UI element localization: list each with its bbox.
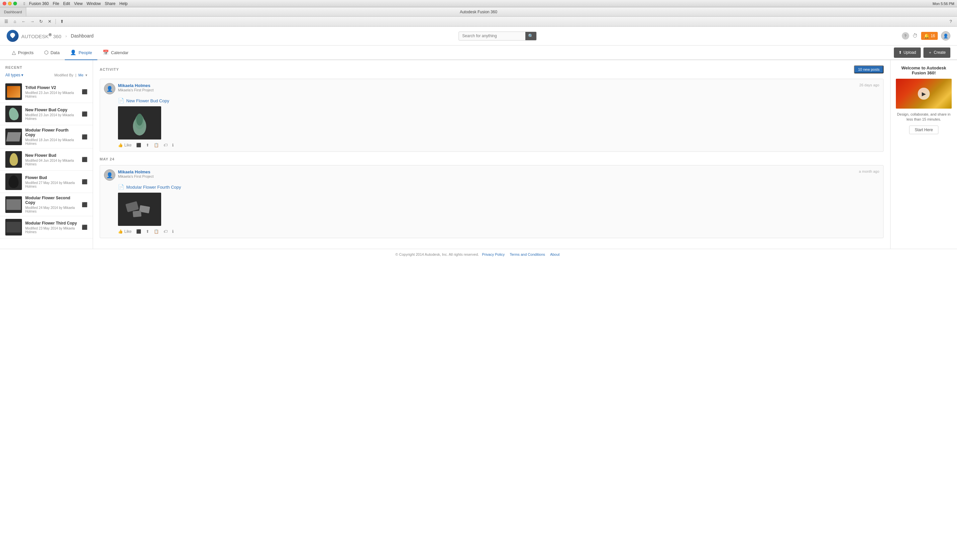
- tag-icon: 🏷: [163, 229, 167, 234]
- projects-tab[interactable]: △ Projects: [7, 46, 39, 60]
- like-icon: 👍: [118, 143, 123, 147]
- close-button[interactable]: [3, 2, 6, 5]
- item-action-icon[interactable]: ⬛: [82, 134, 87, 139]
- svg-rect-3: [125, 201, 139, 212]
- terms-link[interactable]: Terms and Conditions: [510, 252, 545, 256]
- item-action-icon[interactable]: ⬛: [82, 157, 87, 162]
- refresh-button[interactable]: ↻: [37, 18, 44, 25]
- move-action[interactable]: ⬛: [136, 229, 141, 234]
- recent-item[interactable]: Trifoil Flower V2 Modified 23 Jun 2014 b…: [0, 81, 93, 103]
- post-actions: 👍 Like ⬛ ⬆ 📋 🏷: [118, 143, 879, 147]
- info-icon: ℹ: [172, 143, 174, 147]
- post-item-thumbnail[interactable]: [118, 192, 161, 226]
- window-menu-item[interactable]: Window: [87, 1, 101, 6]
- copy-action[interactable]: 📋: [154, 143, 159, 147]
- privacy-policy-link[interactable]: Privacy Policy: [482, 252, 504, 256]
- home-button[interactable]: ⌂: [11, 18, 19, 25]
- item-action-icon[interactable]: ⬛: [82, 202, 87, 207]
- item-thumbnail: [5, 129, 22, 145]
- maximize-button[interactable]: [13, 2, 17, 5]
- tag-action[interactable]: 🏷: [163, 229, 167, 234]
- edit-menu-item[interactable]: Edit: [63, 1, 70, 6]
- help-circle-button[interactable]: ?: [902, 32, 909, 39]
- notifications-button[interactable]: 🔔 16: [921, 32, 938, 40]
- apple-menu-item[interactable]: : [24, 1, 25, 6]
- back-button[interactable]: ←: [20, 18, 27, 25]
- copy-action[interactable]: 📋: [154, 229, 159, 234]
- search-button[interactable]: 🔍: [525, 32, 536, 40]
- tag-action[interactable]: 🏷: [163, 143, 167, 147]
- calendar-tab[interactable]: 📅 Calendar: [97, 46, 134, 60]
- data-tab-label: Data: [51, 50, 60, 55]
- item-action-icon[interactable]: ⬛: [82, 89, 87, 94]
- move-action[interactable]: ⬛: [136, 143, 141, 147]
- post-user-project: Mikaela's First Project: [118, 88, 153, 92]
- people-tab[interactable]: 👤 People: [65, 46, 97, 60]
- new-posts-button[interactable]: 10 new posts: [854, 65, 884, 73]
- file-menu-item[interactable]: File: [53, 1, 59, 6]
- flower-bud-model-preview: [9, 175, 19, 188]
- post-time: a month ago: [859, 169, 879, 174]
- tag-icon: 🏷: [163, 143, 167, 147]
- nav-action-buttons: ⬆ Upload ＋ Create: [894, 47, 950, 58]
- forward-button[interactable]: →: [28, 18, 36, 25]
- recent-item[interactable]: Modular Flower Fourth Copy Modified 18 J…: [0, 125, 93, 148]
- start-here-button[interactable]: Start Here: [909, 126, 939, 134]
- share-menu-item[interactable]: Share: [105, 1, 115, 6]
- bud-thumbnail-preview: [126, 108, 153, 138]
- search-input[interactable]: [459, 32, 525, 40]
- like-action[interactable]: 👍 Like: [118, 143, 131, 147]
- item-action-icon[interactable]: ⬛: [82, 224, 87, 230]
- welcome-video-thumbnail[interactable]: ▶: [896, 79, 952, 109]
- item-thumbnail: [5, 196, 22, 213]
- post-item-link[interactable]: 📄 Modular Flower Fourth Copy: [118, 184, 879, 190]
- post-user-name[interactable]: Mikaela Holmes: [118, 83, 153, 88]
- filter-label: All types: [5, 73, 20, 77]
- like-action[interactable]: 👍 Like: [118, 229, 131, 234]
- about-link[interactable]: About: [550, 252, 560, 256]
- item-action-icon[interactable]: ⬛: [82, 111, 87, 117]
- recent-item[interactable]: Modular Flower Third Copy Modified 23 Ma…: [0, 216, 93, 238]
- create-button[interactable]: ＋ Create: [924, 47, 950, 58]
- recent-item[interactable]: Flower Bud Modified 27 May 2014 by Mikae…: [0, 171, 93, 193]
- post-item-link[interactable]: 📄 New Flower Bud Copy: [118, 98, 879, 104]
- view-menu-item[interactable]: View: [74, 1, 83, 6]
- info-action[interactable]: ℹ: [172, 143, 174, 147]
- help-toolbar-button[interactable]: ?: [947, 18, 954, 25]
- move-icon: ⬛: [136, 229, 141, 234]
- recent-item[interactable]: Modular Flower Second Copy Modified 24 M…: [0, 193, 93, 216]
- me-filter[interactable]: Me: [78, 73, 84, 77]
- recent-item[interactable]: New Flower Bud Modified 04 Jun 2014 by M…: [0, 148, 93, 171]
- sidebar-filters: All types ▾ Modified By | Me ▾: [0, 73, 93, 81]
- post-user-info: 👤 Mikaela Holmes Mikaela's First Project: [104, 169, 153, 181]
- data-tab[interactable]: ⬡ Data: [39, 46, 65, 60]
- minimize-button[interactable]: [8, 2, 12, 5]
- all-types-filter[interactable]: All types ▾: [5, 73, 23, 77]
- help-menu-item[interactable]: Help: [119, 1, 128, 6]
- bell-icon: 🔔: [924, 33, 929, 38]
- recent-item[interactable]: New Flower Bud Copy Modified 23 Jun 2014…: [0, 103, 93, 125]
- fusion360-menu-item[interactable]: Fusion 360: [29, 1, 49, 6]
- share-action[interactable]: ⬆: [146, 229, 149, 234]
- item-name: Modular Flower Fourth Copy: [25, 128, 78, 137]
- brand-name: AUTODESK® 360: [21, 33, 62, 39]
- user-avatar[interactable]: 👤: [941, 31, 950, 41]
- share-action[interactable]: ⬆: [146, 143, 149, 147]
- data-icon: ⬡: [44, 49, 49, 55]
- item-info: Trifoil Flower V2 Modified 23 Jun 2014 b…: [25, 85, 78, 98]
- post-item-thumbnail[interactable]: [118, 106, 161, 139]
- recent-sidebar: RECENT All types ▾ Modified By | Me ▾: [0, 60, 93, 249]
- item-action-icon[interactable]: ⬛: [82, 179, 87, 185]
- info-action[interactable]: ℹ: [172, 229, 174, 234]
- play-button[interactable]: ▶: [918, 88, 930, 99]
- post-user-name[interactable]: Mikaela Holmes: [118, 169, 153, 174]
- post-header: 👤 Mikaela Holmes Mikaela's First Project…: [104, 169, 879, 181]
- item-meta: Modified 27 May 2014 by Mikaela Holmes: [25, 181, 78, 188]
- upload-button[interactable]: ⬆ Upload: [894, 47, 921, 58]
- stop-button[interactable]: ✕: [46, 18, 53, 25]
- svg-point-2: [136, 114, 143, 126]
- menu-button[interactable]: ☰: [3, 18, 10, 25]
- dashboard-tab[interactable]: Dashboard: [0, 7, 26, 16]
- recent-title: RECENT: [0, 65, 93, 73]
- share-toolbar-button[interactable]: ⬆: [58, 18, 65, 25]
